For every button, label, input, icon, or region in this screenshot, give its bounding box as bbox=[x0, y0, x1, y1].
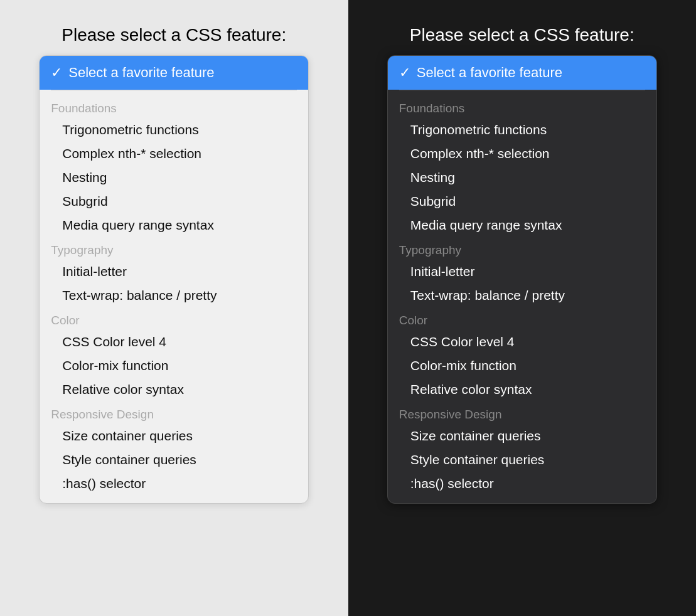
dark-check-icon: ✓ bbox=[399, 65, 410, 81]
option-item[interactable]: Text-wrap: balance / pretty bbox=[40, 284, 308, 307]
option-item[interactable]: Initial-letter bbox=[40, 260, 308, 284]
option-item[interactable]: Nesting bbox=[388, 166, 656, 189]
light-panel: Please select a CSS feature: ✓ Select a … bbox=[0, 0, 348, 616]
option-item[interactable]: Complex nth-* selection bbox=[388, 142, 656, 166]
dark-select-header[interactable]: ✓ Select a favorite feature bbox=[388, 56, 656, 90]
option-item[interactable]: Size container queries bbox=[40, 424, 308, 448]
option-item[interactable]: Color-mix function bbox=[40, 354, 308, 378]
light-check-icon: ✓ bbox=[51, 65, 62, 81]
group-label: Color bbox=[388, 307, 656, 330]
group-label: Color bbox=[40, 307, 308, 330]
option-item[interactable]: Subgrid bbox=[388, 189, 656, 213]
light-options-list: FoundationsTrigonometric functionsComple… bbox=[40, 90, 308, 503]
dark-options-list: FoundationsTrigonometric functionsComple… bbox=[388, 90, 656, 503]
option-item[interactable]: CSS Color level 4 bbox=[40, 330, 308, 354]
light-panel-title: Please select a CSS feature: bbox=[62, 25, 286, 45]
option-item[interactable]: Complex nth-* selection bbox=[40, 142, 308, 166]
dark-panel: Please select a CSS feature: ✓ Select a … bbox=[348, 0, 697, 616]
option-item[interactable]: Trigonometric functions bbox=[40, 118, 308, 142]
option-item[interactable]: Style container queries bbox=[388, 448, 656, 472]
option-item[interactable]: Nesting bbox=[40, 166, 308, 189]
group-label: Responsive Design bbox=[388, 401, 656, 424]
option-item[interactable]: :has() selector bbox=[40, 472, 308, 496]
light-select-header[interactable]: ✓ Select a favorite feature bbox=[40, 56, 308, 90]
group-label: Foundations bbox=[40, 95, 308, 118]
option-item[interactable]: Subgrid bbox=[40, 189, 308, 213]
dark-header-label: Select a favorite feature bbox=[417, 65, 562, 81]
option-item[interactable]: Relative color syntax bbox=[388, 378, 656, 401]
option-item[interactable]: Color-mix function bbox=[388, 354, 656, 378]
dark-select-box: ✓ Select a favorite feature FoundationsT… bbox=[387, 55, 657, 504]
group-label: Foundations bbox=[388, 95, 656, 118]
option-item[interactable]: CSS Color level 4 bbox=[388, 330, 656, 354]
option-item[interactable]: Text-wrap: balance / pretty bbox=[388, 284, 656, 307]
group-label: Typography bbox=[40, 237, 308, 260]
group-label: Responsive Design bbox=[40, 401, 308, 424]
option-item[interactable]: Size container queries bbox=[388, 424, 656, 448]
light-select-box: ✓ Select a favorite feature FoundationsT… bbox=[39, 55, 309, 504]
option-item[interactable]: Trigonometric functions bbox=[388, 118, 656, 142]
option-item[interactable]: Relative color syntax bbox=[40, 378, 308, 401]
group-label: Typography bbox=[388, 237, 656, 260]
option-item[interactable]: Initial-letter bbox=[388, 260, 656, 284]
option-item[interactable]: :has() selector bbox=[388, 472, 656, 496]
light-header-label: Select a favorite feature bbox=[68, 65, 214, 81]
dark-panel-title: Please select a CSS feature: bbox=[410, 25, 634, 45]
option-item[interactable]: Style container queries bbox=[40, 448, 308, 472]
option-item[interactable]: Media query range syntax bbox=[40, 213, 308, 237]
option-item[interactable]: Media query range syntax bbox=[388, 213, 656, 237]
